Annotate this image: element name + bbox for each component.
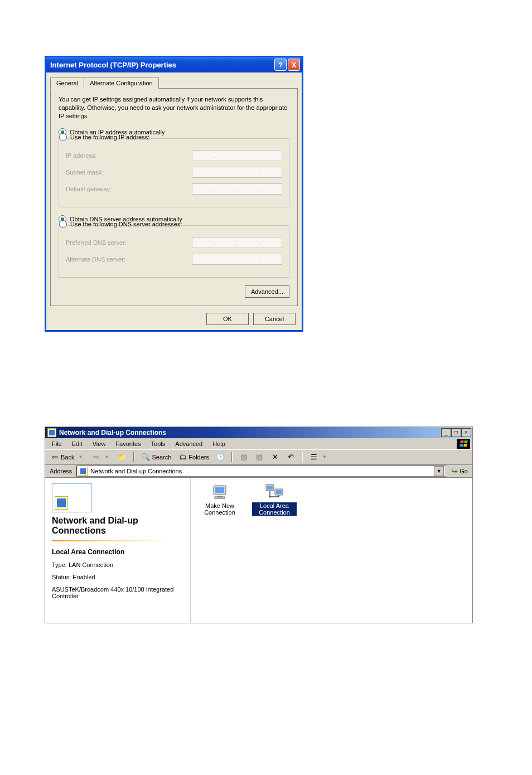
views-button[interactable]: ☰ ▼ bbox=[308, 452, 331, 463]
tab-general[interactable]: General bbox=[50, 78, 84, 89]
chevron-down-icon: ▼ bbox=[437, 468, 442, 474]
close-button[interactable]: × bbox=[461, 428, 471, 437]
item-local-area-connection[interactable]: Local Area Connection bbox=[252, 483, 297, 516]
content-area: Network and Dial-up Connections Local Ar… bbox=[45, 478, 472, 623]
label-preferred-dns: Preferred DNS server: bbox=[66, 239, 127, 246]
undo-button[interactable]: ↶ bbox=[284, 452, 297, 463]
search-button[interactable]: 🔍 Search bbox=[139, 452, 173, 463]
tab-panel-general: You can get IP settings assigned automat… bbox=[50, 88, 298, 306]
chevron-down-icon: ▼ bbox=[102, 453, 111, 462]
go-button[interactable]: ↪ Go bbox=[448, 467, 470, 474]
go-arrow-icon: ↪ bbox=[451, 467, 458, 474]
network-connections-window: Network and Dial-up Connections _ □ × Fi… bbox=[45, 427, 473, 623]
description-text: You can get IP settings assigned automat… bbox=[59, 95, 289, 120]
item-make-new-connection[interactable]: Make New Connection bbox=[197, 483, 242, 516]
forward-button[interactable]: ⇨ ▼ bbox=[90, 452, 113, 463]
label-alternate-dns: Alternate DNS server: bbox=[66, 256, 125, 263]
back-arrow-icon: ⇦ bbox=[50, 453, 59, 462]
input-preferred-dns[interactable]: ... bbox=[192, 237, 282, 248]
windows-logo-icon bbox=[457, 439, 470, 449]
tab-alternate-configuration[interactable]: Alternate Configuration bbox=[84, 78, 159, 89]
tabstrip: General Alternate Configuration bbox=[50, 77, 302, 88]
address-combo[interactable]: Network and Dial-up Connections ▼ bbox=[76, 466, 446, 477]
input-alternate-dns[interactable]: ... bbox=[192, 254, 282, 265]
input-ip-address[interactable]: ... bbox=[192, 150, 282, 161]
menu-view[interactable]: View bbox=[88, 439, 110, 448]
cancel-button[interactable]: Cancel bbox=[253, 313, 296, 325]
radio-use-dns-label: Use the following DNS server addresses: bbox=[70, 221, 182, 227]
menu-favorites[interactable]: Favorites bbox=[111, 439, 145, 448]
close-icon: × bbox=[465, 429, 468, 435]
address-dropdown-button[interactable]: ▼ bbox=[434, 466, 444, 476]
divider bbox=[52, 540, 169, 541]
svg-rect-5 bbox=[267, 486, 273, 490]
folder-hero-icon bbox=[52, 483, 92, 512]
network-icon bbox=[79, 467, 88, 476]
move-to-button[interactable]: ▧ bbox=[238, 452, 250, 463]
radio-use-dns[interactable] bbox=[59, 220, 67, 228]
maximize-icon: □ bbox=[454, 429, 458, 435]
address-bar: Address Network and Dial-up Connections … bbox=[45, 465, 472, 478]
menu-file[interactable]: File bbox=[47, 439, 66, 448]
views-icon: ☰ bbox=[309, 453, 318, 462]
menubar: File Edit View Favorites Tools Advanced … bbox=[45, 438, 472, 449]
connection-adapter: ASUSTeK/Broadcom 440x 10/100 Integrated … bbox=[52, 586, 183, 599]
search-icon: 🔍 bbox=[141, 453, 150, 462]
folders-icon: 🗂 bbox=[178, 453, 187, 462]
folders-button[interactable]: 🗂 Folders bbox=[176, 452, 211, 463]
copy-icon: ▨ bbox=[255, 453, 264, 462]
forward-arrow-icon: ⇨ bbox=[91, 453, 100, 462]
menu-tools[interactable]: Tools bbox=[147, 439, 170, 448]
lan-connection-icon bbox=[265, 483, 284, 500]
chevron-down-icon: ▼ bbox=[320, 453, 329, 462]
make-new-connection-icon bbox=[210, 483, 229, 500]
help-button[interactable]: ? bbox=[274, 59, 287, 71]
delete-button[interactable]: ✕ bbox=[269, 452, 281, 463]
item-label: Local Area Connection bbox=[252, 502, 297, 516]
titlebar: Network and Dial-up Connections _ □ × bbox=[45, 427, 472, 438]
items-pane: Make New Connection Local Area Connectio… bbox=[191, 478, 472, 623]
back-button[interactable]: ⇦ Back ▼ bbox=[49, 452, 86, 463]
address-label: Address bbox=[47, 468, 74, 474]
ok-button[interactable]: OK bbox=[206, 313, 249, 325]
label-subnet-mask: Subnet mask: bbox=[66, 169, 103, 176]
connection-status: Status: Enabled bbox=[52, 574, 183, 580]
svg-rect-7 bbox=[276, 490, 282, 494]
close-button[interactable]: X bbox=[288, 59, 300, 71]
advanced-button[interactable]: Advanced... bbox=[245, 285, 289, 298]
fieldset-ip-manual: Use the following IP address: IP address… bbox=[59, 138, 289, 207]
svg-rect-3 bbox=[215, 497, 225, 498]
folder-up-icon: 📁 bbox=[118, 453, 127, 462]
pane-heading: Network and Dial-up Connections bbox=[52, 516, 183, 536]
radio-use-ip[interactable] bbox=[59, 133, 67, 141]
history-icon: 🕒 bbox=[216, 453, 225, 462]
menu-edit[interactable]: Edit bbox=[67, 439, 87, 448]
delete-icon: ✕ bbox=[270, 453, 279, 462]
fieldset-dns-manual: Use the following DNS server addresses: … bbox=[59, 225, 289, 278]
svg-point-8 bbox=[269, 496, 271, 497]
menu-help[interactable]: Help bbox=[208, 439, 230, 448]
minimize-button[interactable]: _ bbox=[441, 428, 451, 437]
input-default-gateway[interactable]: ... bbox=[192, 183, 282, 195]
dialog-title: Internet Protocol (TCP/IP) Properties bbox=[50, 61, 176, 69]
chevron-down-icon: ▼ bbox=[76, 453, 85, 462]
window-icon bbox=[47, 428, 56, 437]
history-button[interactable]: 🕒 bbox=[214, 452, 226, 463]
item-label: Make New Connection bbox=[197, 502, 242, 516]
label-default-gateway: Default gateway: bbox=[66, 186, 112, 192]
maximize-button[interactable]: □ bbox=[451, 428, 461, 437]
label-ip-address: IP address: bbox=[66, 152, 96, 159]
window-title: Network and Dial-up Connections bbox=[59, 429, 166, 437]
input-subnet-mask[interactable]: ... bbox=[192, 167, 282, 178]
close-icon: X bbox=[292, 61, 297, 69]
connection-type: Type: LAN Connection bbox=[52, 561, 183, 568]
menu-advanced[interactable]: Advanced bbox=[171, 439, 207, 448]
tcpip-properties-dialog: Internet Protocol (TCP/IP) Properties ? … bbox=[45, 56, 303, 332]
toolbar: ⇦ Back ▼ ⇨ ▼ 📁 🔍 Search 🗂 Folders 🕒 ▧ ▨ … bbox=[45, 449, 472, 465]
help-icon: ? bbox=[278, 61, 283, 69]
copy-to-button[interactable]: ▨ bbox=[253, 452, 265, 463]
move-icon: ▧ bbox=[239, 453, 248, 462]
address-value: Network and Dial-up Connections bbox=[90, 468, 182, 474]
up-button[interactable]: 📁 bbox=[116, 452, 128, 463]
selected-item-name: Local Area Connection bbox=[52, 548, 183, 556]
